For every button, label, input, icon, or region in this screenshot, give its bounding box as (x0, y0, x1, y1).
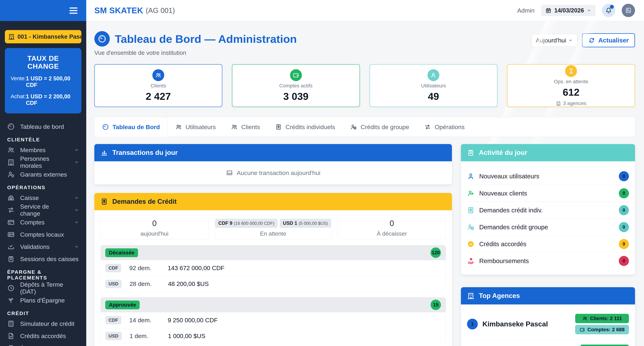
table-row: USD 1 dem. 1 000,00 $US (100, 328, 446, 344)
notifications-button[interactable] (602, 4, 615, 17)
agency-row (467, 339, 629, 346)
clipboard-icon (467, 149, 474, 156)
page-title-icon (94, 31, 110, 47)
summary-value: 0 (390, 219, 394, 228)
clock-icon (7, 284, 15, 292)
tab-clients[interactable]: Clients (223, 117, 268, 137)
sidebar-item-label: Plans d'Épargne (20, 297, 65, 304)
currency-badge: CDF (105, 316, 121, 324)
sidebar-item-depots-a-terme[interactable]: Dépôts à Terme (DAT) (0, 282, 86, 294)
tab-tableau-de-bord[interactable]: Tableau de Bord (94, 117, 168, 137)
check-tray-icon (7, 243, 15, 250)
chevron-down-icon (568, 38, 573, 43)
hand-money-icon (467, 257, 474, 265)
credit-group-decaissee: Décaissée 120 CDF 92 dem. 143 672 000,00… (100, 245, 446, 292)
menu-icon[interactable] (68, 6, 79, 16)
stat-card-ops-en-attente: Ops. en attente 612 3 agences (507, 64, 635, 107)
currency-badge: CDF (105, 264, 121, 272)
sidebar-item-label: Comptes locaux (20, 231, 64, 238)
sidebar-item-label: Sessions des caisses (20, 255, 78, 262)
tab-label: Utilisateurs (186, 124, 216, 131)
user-avatar[interactable] (622, 4, 635, 17)
tab-label: Tableau de Bord (112, 124, 160, 131)
sidebar-item-label: Simulateur de crédit (20, 320, 74, 327)
sidebar-item-sessions-des-caisses[interactable]: Sessions des caisses (0, 253, 86, 264)
count-badge: 0 (619, 222, 629, 232)
transactions-empty-state: Aucune transaction aujourd'hui (94, 161, 452, 184)
sidebar-item-personnes-morales[interactable]: Personnes morales (0, 157, 86, 168)
stat-value: 49 (428, 91, 439, 102)
tab-operations[interactable]: Opérations (417, 117, 472, 137)
page-subtitle: Vue d'ensemble de votre institution (94, 50, 297, 56)
swap-arrows-icon (7, 206, 15, 214)
tab-credits-de-groupe[interactable]: Crédits de groupe (343, 117, 417, 137)
count-badge: 120 (430, 247, 441, 258)
demand-count: 28 dem. (130, 280, 160, 287)
status-badge: Décaissée (105, 248, 138, 257)
panel-title: Activité du jour (479, 149, 527, 156)
period-select[interactable]: Aujourd'hui (531, 34, 577, 47)
chevron-down-icon (74, 208, 79, 213)
group-header: Décaissée 120 (100, 245, 446, 260)
sidebar-item-caisse[interactable]: Caisse (0, 192, 86, 203)
empty-message: Aucune transaction aujourd'hui (237, 169, 320, 176)
sidebar-item-membres[interactable]: Membres (0, 144, 86, 156)
clients-badge (580, 344, 629, 346)
sidebar-item-credits-accordes[interactable]: Crédits accordés (0, 330, 86, 341)
calendar-icon (545, 7, 552, 14)
stat-label: Clients (150, 83, 166, 89)
file-chart-icon (7, 332, 15, 340)
sidebar-section-epargne: ÉPARGNE & PLACEMENTS (0, 269, 86, 281)
sidebar: 001 - Kimbanseke Pascal TAUX DE CHANGE V… (0, 0, 86, 346)
money-receipt-icon (467, 206, 474, 214)
sprout-icon (7, 296, 15, 304)
amount: 48 200,00 $US (168, 280, 209, 287)
status-badge: Approuvée (105, 300, 140, 309)
transactions-panel-header: Transactions du jour (94, 144, 452, 161)
pending-cdf-pill: CDF 9(16 600 000,00 CDF) (215, 219, 278, 228)
sidebar-item-garants-externes[interactable]: Garants externes (0, 169, 86, 180)
date-picker[interactable]: 14/03/2026 (541, 5, 596, 16)
stat-value: 3 039 (283, 91, 308, 102)
sidebar-item-comptes[interactable]: Comptes (0, 217, 86, 228)
panel-title: Demandes de Crédit (112, 198, 177, 205)
sidebar-item-plans-epargne[interactable]: Plans d'Épargne (0, 295, 86, 306)
tab-utilisateurs[interactable]: Utilisateurs (168, 117, 223, 137)
activity-panel: Activité du jour Nouveaux utilisateurs 0… (461, 144, 635, 275)
users-icon (175, 124, 182, 130)
agency-code: (AG 001) (146, 7, 175, 15)
sidebar-item-comptes-locaux[interactable]: Comptes locaux (0, 229, 86, 240)
bar-chart-icon (100, 149, 108, 156)
check-circle-icon (467, 240, 474, 248)
stat-value: 612 (562, 86, 579, 98)
group-header: Approuvée 15 (100, 297, 446, 312)
activity-label: Nouveaux utilisateurs (479, 173, 540, 180)
refresh-icon (588, 37, 595, 44)
user-shield-icon (7, 171, 15, 178)
chevron-down-icon (74, 147, 79, 153)
building-icon (467, 292, 474, 300)
table-row: USD 28 dem. 48 200,00 $US (100, 276, 446, 292)
sidebar-item-validations[interactable]: Validations (0, 241, 86, 252)
activity-label: Demandes crédit groupe (479, 223, 548, 231)
activity-row-nouveaux-clients: Nouveaux clients 0 (467, 185, 629, 202)
panel-title: Top Agences (479, 292, 520, 300)
period-value: Aujourd'hui (536, 37, 566, 44)
notification-dot (610, 5, 614, 9)
stat-value: 2 427 (146, 91, 171, 102)
sidebar-item-simulateur-de-credit[interactable]: Simulateur de crédit (0, 318, 86, 329)
tab-credits-individuels[interactable]: Crédits individuels (268, 117, 343, 137)
agency-switcher-button[interactable]: 001 - Kimbanseke Pascal (5, 30, 82, 43)
sidebar-item-a-approuver[interactable]: À approuver (0, 342, 86, 346)
activity-row-nouveaux-utilisateurs: Nouveaux utilisateurs 0 (467, 168, 629, 185)
tab-label: Crédits individuels (286, 124, 335, 131)
refresh-button[interactable]: Actualiser (582, 33, 635, 47)
wallet-icon (580, 327, 585, 332)
user-tie-icon (467, 172, 474, 180)
sidebar-item-dashboard[interactable]: Tableau de bord (0, 121, 86, 132)
users-gear-icon (467, 223, 474, 231)
top-agencies-panel-header: Top Agences (461, 287, 635, 304)
sidebar-item-service-de-change[interactable]: Service de change (0, 204, 86, 216)
user-plus-icon (467, 190, 474, 197)
sidebar-item-label: Validations (20, 243, 50, 250)
